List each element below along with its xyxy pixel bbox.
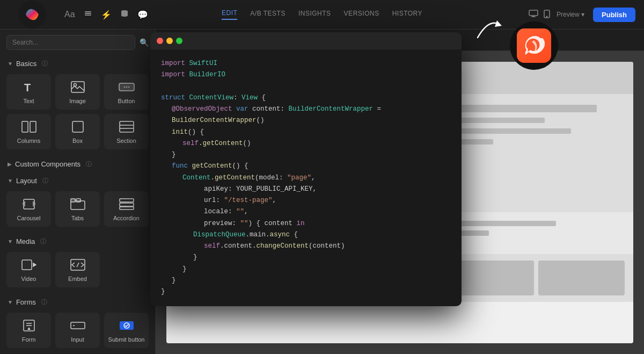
code-line: } [161, 252, 451, 263]
lightning-icon[interactable]: ⚡ [101, 10, 112, 20]
tab-versions[interactable]: VERSIONS [344, 10, 379, 19]
layout-title: Layout [16, 177, 37, 185]
svg-rect-27 [120, 199, 134, 202]
forms-grid: Form Input Submit button [0, 310, 155, 354]
window-minimize-dot[interactable] [166, 38, 173, 44]
component-button[interactable]: Button [104, 74, 149, 110]
svg-line-33 [77, 263, 79, 267]
code-line: } [161, 286, 451, 298]
component-embed[interactable]: Embed [55, 252, 100, 287]
component-box[interactable]: Box [55, 114, 100, 149]
code-line: url: "/test-page", [161, 195, 451, 206]
tab-ab-tests[interactable]: A/B TESTS [250, 10, 286, 19]
submit-component-icon [118, 318, 135, 333]
form-component-label: Form [22, 336, 36, 343]
preview-text: Preview ▾ [557, 11, 584, 18]
custom-expand-arrow: ▶ [8, 161, 12, 167]
layers-icon[interactable] [84, 9, 92, 20]
svg-rect-1 [85, 15, 91, 16]
component-accordion[interactable]: Accordion [104, 191, 149, 227]
code-line: @ObservedObject var content: BuilderCont… [161, 104, 451, 127]
button-component-label: Button [118, 98, 135, 104]
svg-marker-31 [33, 263, 36, 266]
swift-icon-wrapper [510, 21, 558, 70]
component-section[interactable]: Section [104, 114, 149, 149]
chat-icon[interactable]: 💬 [137, 10, 148, 20]
component-video[interactable]: Video [6, 252, 51, 287]
component-form[interactable]: Form [6, 313, 51, 348]
app-logo[interactable] [18, 1, 46, 28]
svg-point-9 [546, 16, 547, 17]
tab-insights[interactable]: INSIGHTS [298, 10, 331, 19]
svg-rect-26 [76, 199, 80, 202]
code-line: preview: "") { content in [161, 218, 451, 229]
sidebar: 🔍 ▼ Basics ⓘ T Text Image Button [0, 30, 156, 354]
basics-expand-arrow: ▼ [8, 61, 13, 67]
search-input[interactable] [6, 35, 135, 50]
publish-button[interactable]: Publish [593, 8, 635, 22]
box-component-label: Box [72, 138, 83, 144]
svg-point-15 [128, 86, 129, 88]
component-text[interactable]: T Text [6, 74, 51, 110]
svg-rect-2 [85, 13, 91, 14]
svg-marker-37 [27, 327, 31, 330]
preview-icon[interactable] [529, 10, 538, 20]
tab-edit[interactable]: EDIT [222, 9, 237, 20]
svg-rect-20 [120, 121, 134, 132]
section-header-forms[interactable]: ▼ Forms ⓘ [0, 294, 155, 310]
svg-point-14 [126, 86, 127, 88]
image-component-label: Image [69, 98, 86, 104]
code-line: } [161, 275, 451, 286]
code-content: import SwiftUI import BuilderIO struct C… [150, 49, 462, 306]
mobile-icon[interactable] [544, 10, 550, 20]
tab-history[interactable]: HISTORY [392, 10, 422, 19]
component-submit[interactable]: Submit button [104, 313, 149, 348]
svg-rect-5 [529, 10, 538, 16]
text-component-label: Text [23, 98, 34, 104]
search-icon[interactable]: 🔍 [140, 38, 149, 47]
layout-grid: Carousel Tabs Accordion [0, 189, 155, 233]
window-close-dot[interactable] [157, 38, 163, 44]
svg-rect-25 [71, 199, 75, 202]
code-editor: import SwiftUI import BuilderIO struct C… [150, 32, 462, 306]
component-columns[interactable]: Columns [6, 114, 51, 149]
code-line: init() { [161, 127, 451, 138]
text-style-icon[interactable]: Aa [64, 10, 75, 19]
custom-info-icon: ⓘ [86, 160, 92, 168]
code-line: func getContent() { [161, 161, 451, 172]
section-header-basics[interactable]: ▼ Basics ⓘ [0, 55, 155, 72]
code-line: apiKey: YOUR_PUBLIC_API_KEY, [161, 184, 451, 195]
image-component-icon [69, 80, 86, 95]
media-grid: Video Embed [0, 250, 155, 294]
basics-title: Basics [16, 60, 36, 68]
code-line: } [161, 264, 451, 275]
component-tabs[interactable]: Tabs [55, 191, 100, 227]
svg-text:T: T [24, 82, 31, 93]
box-component-icon [69, 119, 86, 134]
window-maximize-dot[interactable] [176, 38, 182, 44]
video-component-label: Video [21, 276, 36, 282]
section-header-custom[interactable]: ▶ Custom Components ⓘ [0, 156, 155, 172]
code-line: import BuilderIO [161, 69, 451, 81]
database-icon[interactable] [120, 9, 129, 20]
forms-info-icon: ⓘ [41, 298, 47, 306]
component-carousel[interactable]: Carousel [6, 191, 51, 227]
code-line: DispatchQueue.main.async { [161, 229, 451, 241]
embed-component-icon [69, 257, 86, 272]
basics-info-icon: ⓘ [42, 60, 48, 68]
forms-expand-arrow: ▼ [8, 299, 13, 305]
svg-rect-30 [22, 260, 32, 270]
section-header-media[interactable]: ▼ Media ⓘ [0, 233, 155, 250]
text-component-icon: T [20, 80, 38, 95]
nav-tabs: EDIT A/B TESTS INSIGHTS VERSIONS HISTORY [222, 9, 422, 20]
code-line: } [161, 149, 451, 161]
svg-rect-28 [120, 203, 134, 206]
component-image[interactable]: Image [55, 74, 100, 110]
layout-info-icon: ⓘ [42, 177, 48, 185]
svg-rect-23 [24, 199, 34, 209]
code-line [161, 81, 451, 92]
section-header-layout[interactable]: ▼ Layout ⓘ [0, 172, 155, 189]
component-input[interactable]: Input [55, 313, 100, 348]
media-title: Media [16, 237, 35, 245]
layout-expand-arrow: ▼ [8, 178, 13, 184]
